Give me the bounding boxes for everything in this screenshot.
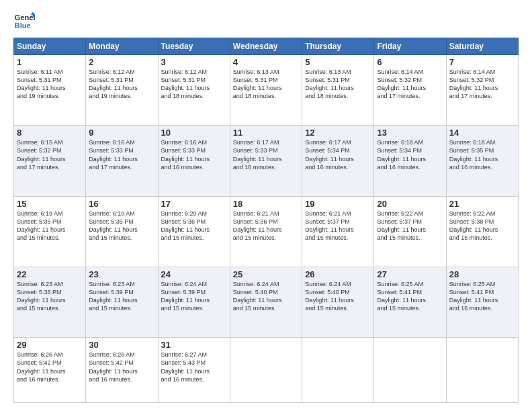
day-number: 28 xyxy=(449,269,515,279)
calendar-cell: 4 Sunrise: 6:13 AM Sunset: 5:31 PM Dayli… xyxy=(230,55,302,126)
calendar-cell: 19 Sunrise: 6:21 AM Sunset: 5:37 PM Dayl… xyxy=(302,196,374,267)
calendar-cell: 16 Sunrise: 6:19 AM Sunset: 5:35 PM Dayl… xyxy=(86,196,158,267)
calendar-cell: 31 Sunrise: 6:27 AM Sunset: 5:43 PM Dayl… xyxy=(158,338,230,403)
day-number: 31 xyxy=(161,340,227,350)
calendar-cell xyxy=(446,338,518,403)
cell-text: Sunrise: 6:16 AM Sunset: 5:33 PM Dayligh… xyxy=(89,138,154,171)
cell-text: Sunrise: 6:20 AM Sunset: 5:36 PM Dayligh… xyxy=(161,210,227,242)
calendar-cell: 10 Sunrise: 6:16 AM Sunset: 5:33 PM Dayl… xyxy=(158,126,230,196)
cell-text: Sunrise: 6:25 AM Sunset: 5:41 PM Dayligh… xyxy=(377,280,443,313)
day-number: 16 xyxy=(89,199,154,209)
cell-text: Sunrise: 6:24 AM Sunset: 5:39 PM Dayligh… xyxy=(161,280,227,313)
calendar-cell xyxy=(374,338,446,403)
day-number: 5 xyxy=(305,57,371,67)
cell-text: Sunrise: 6:19 AM Sunset: 5:35 PM Dayligh… xyxy=(17,210,83,242)
day-number: 2 xyxy=(89,57,154,67)
calendar-cell: 13 Sunrise: 6:18 AM Sunset: 5:34 PM Dayl… xyxy=(374,126,446,196)
calendar-cell: 15 Sunrise: 6:19 AM Sunset: 5:35 PM Dayl… xyxy=(14,196,86,267)
day-number: 17 xyxy=(161,199,227,209)
day-header-sunday: Sunday xyxy=(14,38,86,55)
cell-text: Sunrise: 6:24 AM Sunset: 5:40 PM Dayligh… xyxy=(233,280,299,313)
day-number: 6 xyxy=(377,57,443,67)
day-number: 10 xyxy=(161,128,227,138)
day-number: 9 xyxy=(89,128,154,138)
calendar-cell: 22 Sunrise: 6:23 AM Sunset: 5:38 PM Dayl… xyxy=(14,267,86,337)
calendar-cell: 5 Sunrise: 6:13 AM Sunset: 5:31 PM Dayli… xyxy=(302,55,374,126)
day-header-monday: Monday xyxy=(86,38,158,55)
day-number: 13 xyxy=(377,128,443,138)
calendar-cell: 17 Sunrise: 6:20 AM Sunset: 5:36 PM Dayl… xyxy=(158,196,230,267)
day-number: 26 xyxy=(305,269,371,279)
cell-text: Sunrise: 6:25 AM Sunset: 5:41 PM Dayligh… xyxy=(449,280,515,313)
cell-text: Sunrise: 6:17 AM Sunset: 5:33 PM Dayligh… xyxy=(233,138,299,171)
cell-text: Sunrise: 6:24 AM Sunset: 5:40 PM Dayligh… xyxy=(305,280,371,313)
cell-text: Sunrise: 6:16 AM Sunset: 5:33 PM Dayligh… xyxy=(161,138,227,171)
day-number: 8 xyxy=(17,128,83,138)
day-number: 14 xyxy=(449,128,515,138)
calendar-cell: 11 Sunrise: 6:17 AM Sunset: 5:33 PM Dayl… xyxy=(230,126,302,196)
calendar-cell: 1 Sunrise: 6:11 AM Sunset: 5:31 PM Dayli… xyxy=(14,55,86,126)
calendar-cell: 30 Sunrise: 6:26 AM Sunset: 5:42 PM Dayl… xyxy=(86,338,158,403)
svg-text:Blue: Blue xyxy=(15,21,31,30)
day-number: 7 xyxy=(449,57,515,67)
cell-text: Sunrise: 6:19 AM Sunset: 5:35 PM Dayligh… xyxy=(89,210,154,242)
day-number: 27 xyxy=(377,269,443,279)
day-number: 23 xyxy=(89,269,154,279)
cell-text: Sunrise: 6:12 AM Sunset: 5:31 PM Dayligh… xyxy=(161,68,227,101)
header: General Blue xyxy=(13,11,519,32)
day-number: 24 xyxy=(161,269,227,279)
calendar-cell: 28 Sunrise: 6:25 AM Sunset: 5:41 PM Dayl… xyxy=(446,267,518,337)
day-number: 22 xyxy=(17,269,83,279)
day-number: 4 xyxy=(233,57,299,67)
calendar-cell xyxy=(230,338,302,403)
day-number: 18 xyxy=(233,199,299,209)
logo-icon: General Blue xyxy=(13,11,35,32)
calendar-cell: 12 Sunrise: 6:17 AM Sunset: 5:34 PM Dayl… xyxy=(302,126,374,196)
calendar-cell: 7 Sunrise: 6:14 AM Sunset: 5:32 PM Dayli… xyxy=(446,55,518,126)
day-number: 21 xyxy=(449,199,515,209)
day-header-wednesday: Wednesday xyxy=(230,38,302,55)
cell-text: Sunrise: 6:23 AM Sunset: 5:39 PM Dayligh… xyxy=(89,280,154,313)
calendar-cell: 9 Sunrise: 6:16 AM Sunset: 5:33 PM Dayli… xyxy=(86,126,158,196)
calendar: SundayMondayTuesdayWednesdayThursdayFrid… xyxy=(13,38,519,403)
day-header-saturday: Saturday xyxy=(446,38,518,55)
day-number: 1 xyxy=(17,57,83,67)
cell-text: Sunrise: 6:15 AM Sunset: 5:32 PM Dayligh… xyxy=(17,138,83,171)
calendar-cell: 3 Sunrise: 6:12 AM Sunset: 5:31 PM Dayli… xyxy=(158,55,230,126)
logo: General Blue xyxy=(13,11,38,32)
day-header-thursday: Thursday xyxy=(302,38,374,55)
cell-text: Sunrise: 6:13 AM Sunset: 5:31 PM Dayligh… xyxy=(305,68,371,101)
cell-text: Sunrise: 6:23 AM Sunset: 5:38 PM Dayligh… xyxy=(17,280,83,313)
calendar-cell xyxy=(302,338,374,403)
cell-text: Sunrise: 6:11 AM Sunset: 5:31 PM Dayligh… xyxy=(17,68,83,101)
cell-text: Sunrise: 6:26 AM Sunset: 5:42 PM Dayligh… xyxy=(89,351,154,383)
cell-text: Sunrise: 6:27 AM Sunset: 5:43 PM Dayligh… xyxy=(161,351,227,383)
calendar-cell: 2 Sunrise: 6:12 AM Sunset: 5:31 PM Dayli… xyxy=(86,55,158,126)
page: General Blue SundayMondayTuesdayWednesda… xyxy=(0,0,532,411)
day-header-friday: Friday xyxy=(374,38,446,55)
calendar-cell: 21 Sunrise: 6:22 AM Sunset: 5:38 PM Dayl… xyxy=(446,196,518,267)
cell-text: Sunrise: 6:14 AM Sunset: 5:32 PM Dayligh… xyxy=(377,68,443,101)
cell-text: Sunrise: 6:26 AM Sunset: 5:42 PM Dayligh… xyxy=(17,351,83,383)
calendar-cell: 25 Sunrise: 6:24 AM Sunset: 5:40 PM Dayl… xyxy=(230,267,302,337)
cell-text: Sunrise: 6:22 AM Sunset: 5:38 PM Dayligh… xyxy=(449,210,515,242)
cell-text: Sunrise: 6:22 AM Sunset: 5:37 PM Dayligh… xyxy=(377,210,443,242)
calendar-cell: 27 Sunrise: 6:25 AM Sunset: 5:41 PM Dayl… xyxy=(374,267,446,337)
cell-text: Sunrise: 6:18 AM Sunset: 5:34 PM Dayligh… xyxy=(377,138,443,171)
calendar-cell: 24 Sunrise: 6:24 AM Sunset: 5:39 PM Dayl… xyxy=(158,267,230,337)
day-number: 19 xyxy=(305,199,371,209)
calendar-cell: 20 Sunrise: 6:22 AM Sunset: 5:37 PM Dayl… xyxy=(374,196,446,267)
day-number: 3 xyxy=(161,57,227,67)
day-number: 15 xyxy=(17,199,83,209)
calendar-cell: 26 Sunrise: 6:24 AM Sunset: 5:40 PM Dayl… xyxy=(302,267,374,337)
calendar-cell: 29 Sunrise: 6:26 AM Sunset: 5:42 PM Dayl… xyxy=(14,338,86,403)
day-number: 11 xyxy=(233,128,299,138)
cell-text: Sunrise: 6:13 AM Sunset: 5:31 PM Dayligh… xyxy=(233,68,299,101)
day-number: 20 xyxy=(377,199,443,209)
calendar-cell: 18 Sunrise: 6:21 AM Sunset: 5:36 PM Dayl… xyxy=(230,196,302,267)
cell-text: Sunrise: 6:21 AM Sunset: 5:36 PM Dayligh… xyxy=(233,210,299,242)
day-number: 30 xyxy=(89,340,154,350)
calendar-cell: 14 Sunrise: 6:18 AM Sunset: 5:35 PM Dayl… xyxy=(446,126,518,196)
calendar-cell: 6 Sunrise: 6:14 AM Sunset: 5:32 PM Dayli… xyxy=(374,55,446,126)
day-header-tuesday: Tuesday xyxy=(158,38,230,55)
